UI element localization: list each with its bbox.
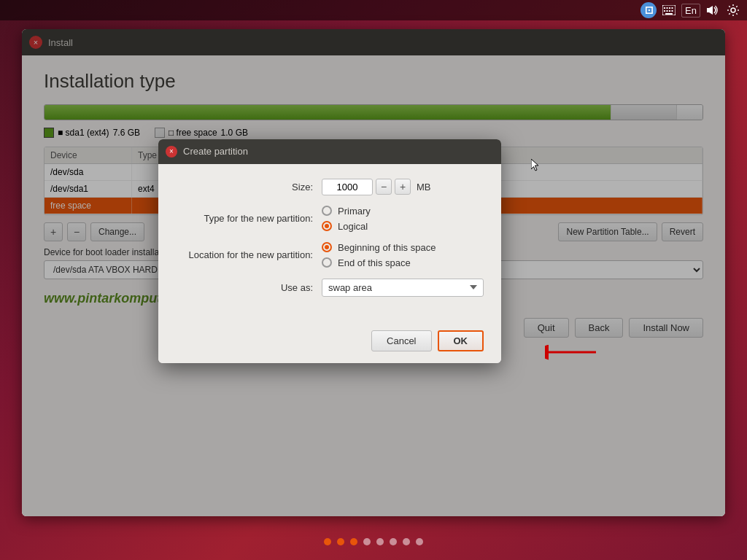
taskbar: ⚀ En (0, 0, 747, 20)
dialog-buttons: Cancel OK (158, 322, 501, 363)
accessibility-icon[interactable]: ⚀ (640, 2, 657, 18)
size-decrease-button[interactable]: − (376, 179, 392, 195)
svg-rect-9 (665, 13, 673, 15)
location-beginning-radio[interactable] (322, 242, 332, 252)
dot-8[interactable] (416, 538, 423, 545)
size-label: Size: (176, 182, 322, 192)
svg-rect-3 (669, 7, 670, 9)
svg-rect-8 (672, 10, 673, 12)
dot-1[interactable] (324, 538, 331, 545)
size-input[interactable] (322, 179, 373, 195)
type-primary-radio[interactable] (322, 206, 332, 216)
location-end-label: End of this space (338, 257, 411, 268)
location-label: Location for the new partition: (176, 249, 322, 260)
svg-point-10 (731, 8, 735, 12)
location-radio-group: Beginning of this space End of this spac… (322, 242, 484, 268)
dialog-wrapper: × Create partition Size: − + MB (202, 161, 545, 385)
arrow-indicator (545, 341, 603, 363)
dialog-titlebar: × Create partition (158, 139, 501, 164)
dot-5[interactable] (376, 538, 384, 545)
type-logical-radio[interactable] (322, 221, 332, 231)
dialog-content: Size: − + MB Type for the new par (158, 164, 501, 322)
size-row: Size: − + MB (176, 179, 484, 195)
language-indicator[interactable]: En (681, 4, 700, 18)
svg-rect-1 (664, 7, 665, 9)
use-as-label: Use as: (176, 282, 322, 293)
settings-icon[interactable] (725, 2, 741, 18)
type-logical-option[interactable]: Logical (322, 221, 484, 232)
dot-2[interactable] (337, 538, 344, 545)
use-as-select[interactable]: swap area Ext4 journaling file system Ex… (322, 279, 484, 297)
size-increase-button[interactable]: + (395, 179, 411, 195)
type-label: Type for the new partition: (176, 213, 322, 224)
type-row: Type for the new partition: Primary Logi… (176, 206, 484, 232)
volume-icon[interactable] (705, 2, 721, 18)
svg-rect-4 (672, 7, 673, 9)
svg-rect-5 (664, 10, 665, 12)
type-primary-label: Primary (338, 206, 371, 217)
svg-rect-6 (667, 10, 668, 12)
use-as-control: swap area Ext4 journaling file system Ex… (322, 279, 484, 297)
svg-rect-7 (669, 10, 670, 12)
size-input-group: − + MB (322, 179, 484, 195)
create-partition-dialog: × Create partition Size: − + MB (158, 139, 501, 363)
dot-3[interactable] (350, 538, 357, 545)
main-window: × Install Installation type ■ sda1 (ext4… (22, 29, 725, 516)
type-primary-option[interactable]: Primary (322, 206, 484, 217)
type-control: Primary Logical (322, 206, 484, 232)
arrow-icon (545, 341, 603, 363)
cancel-button[interactable]: Cancel (371, 330, 431, 351)
dots-navigation (0, 538, 747, 545)
location-beginning-option[interactable]: Beginning of this space (322, 242, 484, 253)
use-as-row: Use as: swap area Ext4 journaling file s… (176, 279, 484, 297)
dialog-title-label: Create partition (183, 146, 248, 157)
location-end-option[interactable]: End of this space (322, 257, 484, 268)
location-row: Location for the new partition: Beginnin… (176, 242, 484, 268)
ok-button[interactable]: OK (438, 330, 484, 351)
svg-rect-2 (667, 7, 668, 9)
keyboard-icon[interactable] (661, 2, 677, 18)
location-control: Beginning of this space End of this spac… (322, 242, 484, 268)
dot-7[interactable] (403, 538, 410, 545)
location-end-radio[interactable] (322, 257, 332, 268)
type-logical-label: Logical (338, 221, 368, 232)
type-radio-group: Primary Logical (322, 206, 484, 232)
dot-6[interactable] (390, 538, 397, 545)
dot-4[interactable] (363, 538, 371, 545)
size-unit: MB (417, 182, 431, 192)
size-control: − + MB (322, 179, 484, 195)
dialog-close-button[interactable]: × (166, 146, 177, 158)
location-beginning-label: Beginning of this space (338, 242, 436, 253)
modal-overlay: × Create partition Size: − + MB (22, 29, 725, 516)
